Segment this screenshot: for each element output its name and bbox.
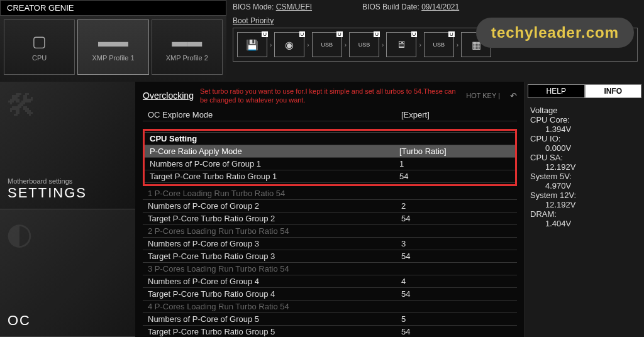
voltage-label: CPU SA: (530, 153, 639, 162)
overclocking-title: Overclocking (143, 91, 194, 101)
highlight-box: CPU Setting P-Core Ratio Apply Mode[Turb… (143, 129, 517, 186)
annotation-note: Set turbo ratio you want to use for.I ke… (200, 87, 460, 105)
oc-label: OC (8, 312, 128, 329)
setting-row[interactable]: Target P-Core Turbo Ratio Group 254 (143, 213, 517, 225)
setting-row[interactable]: Target P-Core Turbo Ratio Group 454 (143, 288, 517, 301)
setting-row: 1 P-Core Loading Run Turbo Ratio 54 (143, 187, 517, 200)
watermark: techyleader.com (476, 18, 634, 48)
cpu-setting-header: CPU Setting (145, 132, 515, 145)
setting-row[interactable]: Target P-Core Turbo Ratio Group 554 (143, 326, 517, 337)
voltage-value: 12.192V (530, 200, 639, 209)
voltage-label: DRAM: (530, 209, 639, 219)
profile-tab-0[interactable]: ▢CPU (4, 19, 75, 75)
settings-label: SETTINGS (8, 185, 128, 201)
voltage-value: 0.000V (530, 143, 639, 153)
boot-device-2[interactable]: USBU (312, 32, 342, 57)
boot-device-0[interactable]: 💾U (237, 32, 267, 57)
voltage-value: 12.192V (530, 162, 639, 172)
boot-device-4[interactable]: 🖥U (386, 32, 416, 57)
voltage-label: System 5V: (530, 172, 639, 181)
cpu-icon: ▢ (32, 33, 47, 50)
setting-row[interactable]: Numbers of P-Core of Group 22 (143, 200, 517, 213)
gauge-icon: ◐ (6, 216, 33, 251)
creator-genie-label: CREATOR GENIE (0, 0, 226, 16)
voltage-label: CPU Core: (530, 115, 639, 124)
undo-icon[interactable]: ↶ (510, 91, 517, 101)
ram-icon: ▬▬ (98, 33, 128, 50)
setting-row: 2 P-Cores Loading Run Turbo Ratio 54 (143, 225, 517, 238)
tab-info[interactable]: INFO (585, 84, 642, 98)
settings-sublabel: Motherboard settings (8, 177, 128, 185)
boot-device-3[interactable]: USBU (349, 32, 379, 57)
voltage-label: System 12V: (530, 191, 639, 200)
voltage-label: CPU IO: (530, 134, 639, 143)
boot-device-1[interactable]: ◉U (274, 32, 304, 57)
profile-tab-1[interactable]: ▬▬XMP Profile 1 (77, 19, 148, 75)
setting-row[interactable]: Numbers of P-Core of Group 55 (143, 313, 517, 326)
setting-oc-explore-mode[interactable]: OC Explore Mode [Expert] (143, 109, 517, 121)
sidebar-item-settings[interactable]: 🛠 Motherboard settings SETTINGS (0, 82, 135, 209)
setting-row[interactable]: Target P-Core Turbo Ratio Group 354 (143, 250, 517, 263)
bios-build-date: BIOS Build Date: 09/14/2021 (362, 3, 459, 11)
boot-device-5[interactable]: USBU (424, 32, 454, 57)
setting-row[interactable]: Numbers of P-Core of Group 11 (145, 158, 515, 170)
setting-row[interactable]: P-Core Ratio Apply Mode[Turbo Ratio] (145, 145, 515, 158)
ram-icon: ▬▬ (172, 33, 202, 50)
bios-mode: BIOS Mode: CSM/UEFI (233, 3, 312, 11)
hotkey-label: HOT KEY | (466, 92, 500, 99)
voltage-header: Voltage (530, 106, 639, 115)
setting-row: 4 P-Cores Loading Run Turbo Ratio 54 (143, 301, 517, 313)
setting-row[interactable]: Numbers of P-Core of Group 33 (143, 238, 517, 250)
voltage-value: 1.394V (530, 124, 639, 134)
tab-help[interactable]: HELP (528, 84, 585, 98)
profile-tab-2[interactable]: ▬▬XMP Profile 2 (152, 19, 223, 75)
setting-row[interactable]: Target P-Core Turbo Ratio Group 154 (145, 170, 515, 183)
setting-row[interactable]: Numbers of P-Core of Group 44 (143, 275, 517, 288)
sidebar-item-oc[interactable]: ◐ OC (0, 209, 135, 337)
voltage-value: 4.970V (530, 181, 639, 191)
setting-row: 3 P-Cores Loading Run Turbo Ratio 54 (143, 263, 517, 275)
tools-icon: 🛠 (6, 88, 36, 123)
voltage-value: 1.404V (530, 219, 639, 228)
